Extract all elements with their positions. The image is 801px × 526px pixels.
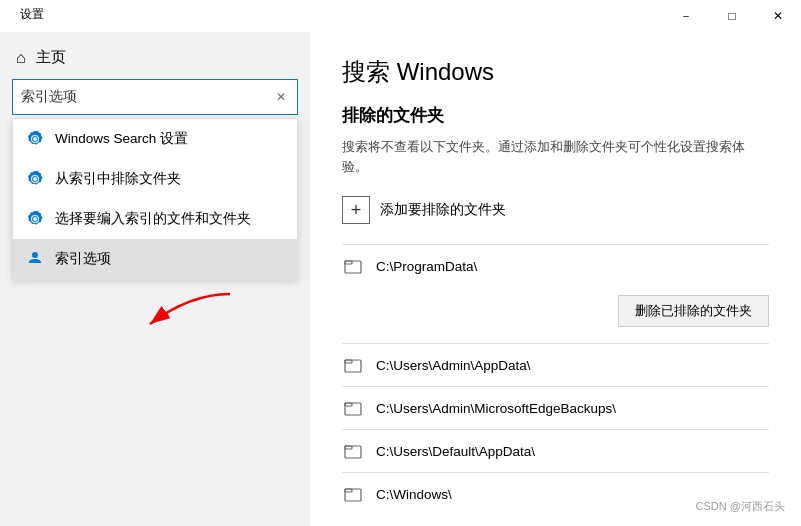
folder-item-1: C:\Users\Admin\AppData\	[342, 343, 769, 386]
folder-path-4: C:\Windows\	[376, 487, 452, 502]
minimize-button[interactable]: －	[663, 0, 709, 32]
svg-rect-0	[345, 261, 361, 273]
sidebar: ⌂ 主页 ✕ Windows Search 设置	[0, 32, 310, 526]
search-input[interactable]	[13, 89, 265, 105]
window-title: 设置	[20, 6, 44, 23]
dropdown-item-label-3: 选择要编入索引的文件和文件夹	[55, 210, 251, 228]
maximize-button[interactable]: □	[709, 0, 755, 32]
folder-path-3: C:\Users\Default\AppData\	[376, 444, 535, 459]
folder-icon-1	[342, 354, 364, 376]
dropdown-item-label-4: 索引选项	[55, 250, 111, 268]
folder-icon-4	[342, 483, 364, 505]
dropdown-item-label-2: 从索引中排除文件夹	[55, 170, 181, 188]
watermark: CSDN @河西石头	[696, 499, 785, 514]
gear-icon-2	[25, 169, 45, 189]
close-button[interactable]: ✕	[755, 0, 801, 32]
svg-rect-3	[345, 360, 352, 363]
settings-window: 设置 － □ ✕ ⌂ 主页 ✕	[0, 0, 801, 526]
titlebar-buttons: － □ ✕	[663, 0, 801, 32]
sidebar-header: ⌂ 主页	[0, 32, 310, 75]
folder-path-2: C:\Users\Admin\MicrosoftEdgeBackups\	[376, 401, 616, 416]
svg-rect-4	[345, 403, 361, 415]
add-folder-label: 添加要排除的文件夹	[380, 201, 506, 219]
gear-icon-1	[25, 129, 45, 149]
dropdown-menu: Windows Search 设置 从索引中排除文件夹	[12, 118, 298, 280]
clearfix-1: 删除已排除的文件夹	[342, 287, 769, 343]
dropdown-item-windows-search[interactable]: Windows Search 设置	[13, 119, 297, 159]
dropdown-item-index-options[interactable]: 索引选项	[13, 239, 297, 279]
folder-item-3: C:\Users\Default\AppData\	[342, 429, 769, 472]
section-title: 排除的文件夹	[342, 104, 769, 127]
gear-icon-3	[25, 209, 45, 229]
folder-icon-3	[342, 440, 364, 462]
section-description: 搜索将不查看以下文件夹。通过添加和删除文件夹可个性化设置搜索体验。	[342, 137, 769, 176]
svg-rect-1	[345, 261, 352, 264]
content-area: ⌂ 主页 ✕ Windows Search 设置	[0, 32, 801, 526]
main-content: 搜索 Windows 排除的文件夹 搜索将不查看以下文件夹。通过添加和删除文件夹…	[310, 32, 801, 526]
folder-path-1: C:\Users\Admin\AppData\	[376, 358, 531, 373]
person-icon	[25, 249, 45, 269]
svg-rect-2	[345, 360, 361, 372]
add-icon: +	[342, 196, 370, 224]
svg-rect-5	[345, 403, 352, 406]
dropdown-item-select-files[interactable]: 选择要编入索引的文件和文件夹	[13, 199, 297, 239]
page-title: 搜索 Windows	[342, 56, 769, 88]
delete-excluded-button[interactable]: 删除已排除的文件夹	[618, 295, 769, 327]
titlebar: 设置 － □ ✕	[0, 0, 801, 32]
search-clear-button[interactable]: ✕	[265, 81, 297, 113]
svg-rect-6	[345, 446, 361, 458]
folder-icon-0	[342, 255, 364, 277]
svg-rect-8	[345, 489, 361, 501]
folder-icon-2	[342, 397, 364, 419]
svg-rect-9	[345, 489, 352, 492]
folder-item-2: C:\Users\Admin\MicrosoftEdgeBackups\	[342, 386, 769, 429]
folder-path-0: C:\ProgramData\	[376, 259, 477, 274]
dropdown-item-label-1: Windows Search 设置	[55, 130, 188, 148]
folder-item-0: C:\ProgramData\	[342, 244, 769, 287]
add-folder-button[interactable]: + 添加要排除的文件夹	[342, 192, 769, 228]
search-box[interactable]: ✕	[12, 79, 298, 115]
dropdown-item-exclude-folder[interactable]: 从索引中排除文件夹	[13, 159, 297, 199]
svg-rect-7	[345, 446, 352, 449]
sidebar-title: 主页	[36, 48, 66, 67]
home-icon: ⌂	[16, 49, 26, 67]
